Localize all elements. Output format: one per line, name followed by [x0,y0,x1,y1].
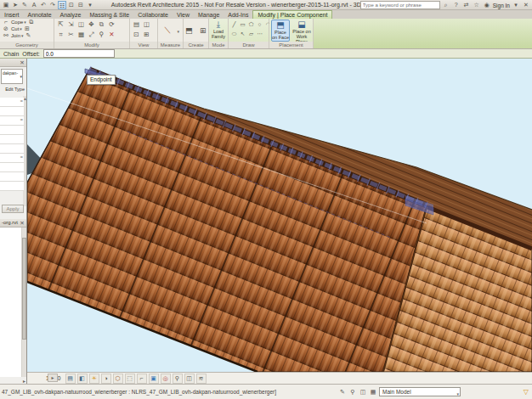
create-group-icon[interactable]: ⬒ [184,25,194,36]
analysis-icon[interactable]: ≋ [196,374,207,384]
array-icon[interactable]: ▦ [76,30,86,39]
redo-icon[interactable]: ↷ [48,1,57,9]
copy-icon[interactable]: ⧉ [97,20,106,29]
project-browser-scrollbar[interactable] [22,228,26,377]
tab-manage[interactable]: Manage [194,11,224,19]
modify-arrow-icon[interactable]: ➤ [11,1,20,9]
offset-input[interactable] [43,49,115,58]
crop-view-icon[interactable]: ⬚ [125,374,135,384]
properties-close-icon[interactable]: ✕ [19,59,25,66]
window-icon[interactable]: ⊡ [67,1,76,9]
sign-in-button[interactable]: Sign In [493,3,510,8]
text-icon[interactable]: A [30,1,38,9]
panel-icon[interactable]: ⊟ [76,1,85,9]
move-icon[interactable]: ✥ [87,20,96,29]
reveal-hidden-icon[interactable]: ◎ [161,374,171,384]
search-input[interactable] [360,1,440,9]
join-caret-icon[interactable]: ▾ [21,33,24,38]
align-icon[interactable]: ⇱ [56,20,65,29]
tab-analyze[interactable]: Analyze [56,11,86,19]
locked-3d-icon[interactable]: ⚲ [173,374,183,384]
selection-filter-icon[interactable]: ▽ [524,388,529,396]
app-window-icon[interactable]: ▣ [2,1,10,9]
delete-icon[interactable]: ✕ [107,30,116,39]
hide-icon[interactable]: ◫ [142,20,151,29]
user-icon[interactable]: ◉ [483,1,491,9]
property-row[interactable] [0,135,24,144]
edit-type-button[interactable]: Edit Type [5,87,25,92]
sun-path-icon[interactable]: ☀ [89,374,99,384]
pen-icon[interactable]: ✎ [20,1,29,9]
association-icon[interactable]: = [20,155,23,160]
split-icon[interactable]: ✂ [66,30,76,39]
temporary-hide-icon[interactable]: ▣ [149,374,159,384]
type-selector[interactable]: dakpan- ▾ [1,69,23,84]
measure-caret-icon[interactable]: ▾ [177,29,179,34]
tab-modify-place-component[interactable]: Modify | Place Component [252,10,332,19]
tab-collaborate[interactable]: Collaborate [133,11,173,19]
property-row[interactable]: = [0,98,24,107]
scale-icon[interactable]: ⤢ [87,30,96,39]
ribbon-toggle-icon[interactable]: ☷ [58,1,66,9]
join-button[interactable]: ⚯ Join ▾ ✎ [0,32,54,39]
project-browser-header[interactable]: -org.rvt ✕ [0,219,26,228]
rendering-icon[interactable]: ⬡ [113,374,123,384]
drawing-area[interactable] [27,59,532,372]
visual-style-icon[interactable]: ◧ [77,374,88,384]
worksets-icon[interactable]: ✎ [338,388,347,396]
hscroll-arrow-icon[interactable]: ▸ [48,374,58,382]
offset-icon[interactable]: ⇲ [66,20,76,29]
draw-more-icon[interactable]: ⋯ [255,29,264,38]
tab-view[interactable]: View [173,11,194,19]
signin-caret-icon[interactable]: ▾ [512,1,520,9]
project-browser-hscroll-icon[interactable]: ▸ [23,378,25,384]
favorites-icon[interactable]: ☆ [473,1,481,9]
demolish-icon[interactable]: ✎ [25,31,33,40]
cut-caret-icon[interactable]: ▾ [20,26,22,31]
exchange-icon[interactable]: ⇄ [462,1,471,9]
property-row[interactable] [0,126,24,135]
detail-level-icon[interactable]: ▤ [65,374,76,384]
project-browser-close-icon[interactable]: ✕ [19,219,25,227]
association-icon[interactable]: = [20,117,23,122]
type-selector-caret-icon[interactable]: ▾ [20,74,22,79]
pin-icon[interactable]: ⚲ [97,30,106,39]
place-on-work-plane-button[interactable]: ⬓ Place on Work Plane [292,20,311,42]
crop-visibility-icon[interactable]: ⌐ [137,374,147,384]
rotate-icon[interactable]: ⟳ [107,20,116,29]
property-row[interactable] [0,163,24,172]
shadows-icon[interactable]: ◑ [101,374,111,384]
property-row[interactable] [0,172,24,182]
help-icon[interactable]: ? [452,1,461,9]
place-on-face-button[interactable]: ⬒ Place on Face [271,20,290,42]
options-grid-icon[interactable]: ▦ [369,388,377,396]
thin-lines-icon[interactable]: ▤ [132,20,141,29]
project-browser-tree[interactable] [0,228,22,377]
infocenter-close-icon[interactable]: ✕ [522,1,530,9]
tab-massing-site[interactable]: Massing & Site [85,11,133,19]
measure-ruler-icon[interactable]: ⟍ [161,25,173,37]
undo-icon[interactable]: ↶ [39,1,48,9]
design-option-select[interactable]: Main Model ▾ [379,387,461,396]
association-icon[interactable]: = [20,98,23,104]
search-icon[interactable]: ⌕ [442,1,450,9]
graphics-icon[interactable]: ⊞ [142,30,151,39]
create-similar-icon[interactable]: ⊞ [198,25,208,36]
links-icon[interactable]: ⚲ [348,388,357,396]
apply-button[interactable]: Apply [2,205,24,213]
qat-caret-icon[interactable]: ▾ [86,1,94,9]
chain-label[interactable]: Chain [3,51,19,57]
property-row[interactable]: = [0,154,24,163]
isolate-icon[interactable]: ⊡ [132,30,141,39]
property-row[interactable]: = [0,116,24,126]
property-row[interactable] [0,107,24,116]
properties-header[interactable]: ✕ [0,59,26,67]
trim-icon[interactable]: ⌗ [56,30,65,39]
property-row[interactable] [0,182,24,191]
tab-add-ins[interactable]: Add-Ins [224,11,252,19]
design-options-icon[interactable]: ◫ [359,388,367,396]
displacement-icon[interactable]: ◫ [184,374,195,384]
load-family-button[interactable]: ⤓ Load Family [209,20,228,42]
mirror-icon[interactable]: ◫ [76,20,86,29]
property-row[interactable] [0,144,24,154]
